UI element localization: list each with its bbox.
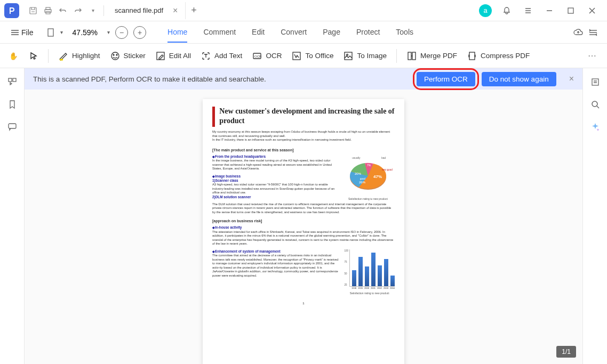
svg-point-6 bbox=[111, 52, 119, 60]
ocr-notification-bar: This is a scanned PDF, Perform OCR to ma… bbox=[25, 68, 582, 90]
zoom-dropdown-icon[interactable]: ▾ bbox=[60, 29, 63, 35]
svg-point-14 bbox=[347, 54, 348, 55]
svg-rect-16 bbox=[412, 52, 416, 60]
select-tool[interactable] bbox=[29, 51, 38, 61]
to-image-tool[interactable]: To Image bbox=[343, 51, 387, 61]
tab-edit[interactable]: Edit bbox=[252, 22, 265, 43]
zoom-value[interactable]: 47.59% bbox=[68, 26, 102, 39]
add-text-tool[interactable]: Add Text bbox=[201, 51, 242, 61]
save-icon[interactable] bbox=[26, 3, 41, 18]
cloud-icon[interactable] bbox=[571, 25, 586, 40]
svg-text:very good: very good bbox=[382, 168, 393, 171]
ocr-tool[interactable]: OCROCR bbox=[252, 51, 282, 61]
settings-icon[interactable] bbox=[586, 25, 601, 40]
minimize-button[interactable] bbox=[539, 0, 560, 21]
app-icon[interactable] bbox=[4, 3, 19, 18]
tabs-nav: Home Comment Edit Convert Page Protect T… bbox=[167, 22, 413, 43]
doc-title: New customer's development and increasin… bbox=[219, 107, 395, 127]
svg-rect-5 bbox=[48, 29, 53, 36]
svg-rect-17 bbox=[469, 52, 475, 60]
svg-point-7 bbox=[113, 54, 114, 55]
zoom-in-button[interactable]: + bbox=[133, 26, 146, 39]
right-rail bbox=[582, 68, 607, 364]
toolbar: ✋ Highlight Sticker Edit All Add Text OC… bbox=[0, 44, 607, 68]
bar-chart: 100755025 1998199920002001200220032004 S… bbox=[344, 249, 395, 295]
svg-text:good: good bbox=[360, 177, 366, 180]
file-tab[interactable]: scanned file.pdf × bbox=[107, 2, 186, 19]
ai-icon[interactable] bbox=[589, 120, 602, 133]
tab-home[interactable]: Home bbox=[167, 22, 187, 43]
file-menu[interactable]: File bbox=[6, 26, 38, 39]
menubar: File ▾ 47.59% ▾ − + Home Comment Edit Co… bbox=[0, 21, 607, 44]
perform-ocr-button[interactable]: Perform OCR bbox=[417, 72, 475, 86]
pdf-page: New customer's development and increasin… bbox=[203, 99, 404, 364]
svg-text:bad: bad bbox=[381, 156, 386, 159]
avatar[interactable]: a bbox=[475, 0, 496, 21]
svg-rect-19 bbox=[13, 78, 16, 82]
titlebar: ▾ scanned file.pdf × + a bbox=[0, 0, 607, 21]
tab-page[interactable]: Page bbox=[323, 22, 340, 43]
zoom-drop-icon[interactable]: ▾ bbox=[107, 29, 110, 35]
svg-text:OCR: OCR bbox=[254, 55, 262, 58]
maximize-button[interactable] bbox=[560, 0, 581, 21]
view-mode-icon[interactable] bbox=[46, 28, 55, 37]
comments-icon[interactable] bbox=[6, 120, 19, 133]
close-tab-icon[interactable]: × bbox=[173, 6, 178, 15]
svg-rect-30 bbox=[592, 79, 598, 85]
print-icon[interactable] bbox=[41, 3, 55, 18]
svg-point-31 bbox=[592, 101, 597, 107]
left-rail bbox=[0, 68, 25, 364]
tab-title: scanned file.pdf bbox=[115, 6, 163, 14]
svg-text:7%: 7% bbox=[367, 164, 371, 167]
tab-convert[interactable]: Convert bbox=[281, 22, 307, 43]
perform-ocr-highlight: Perform OCR bbox=[416, 71, 476, 87]
search-icon[interactable] bbox=[589, 98, 602, 111]
svg-rect-1 bbox=[46, 7, 50, 10]
page-counter[interactable]: 1/1 bbox=[556, 346, 576, 358]
pie-chart: usually bad 47% 26% 20% 7 bbox=[341, 155, 395, 203]
tab-comment[interactable]: Comment bbox=[203, 22, 236, 43]
dropdown-icon[interactable]: ▾ bbox=[85, 3, 100, 18]
properties-icon[interactable] bbox=[589, 76, 602, 88]
hand-tool[interactable]: ✋ bbox=[7, 50, 19, 62]
svg-rect-4 bbox=[568, 8, 573, 13]
zoom-out-button[interactable]: − bbox=[115, 26, 128, 39]
svg-rect-13 bbox=[345, 52, 352, 60]
svg-text:47%: 47% bbox=[373, 174, 382, 179]
edit-all-tool[interactable]: Edit All bbox=[155, 51, 191, 61]
tab-protect[interactable]: Protect bbox=[356, 22, 380, 43]
svg-rect-18 bbox=[9, 78, 12, 82]
pdf-viewport[interactable]: New customer's development and increasin… bbox=[25, 90, 582, 364]
compress-pdf-tool[interactable]: Compress PDF bbox=[467, 51, 530, 61]
more-tools-icon[interactable]: ⋯ bbox=[585, 48, 600, 63]
svg-rect-15 bbox=[408, 52, 411, 60]
svg-text:20%: 20% bbox=[355, 172, 362, 175]
zoom-control: ▾ 47.59% ▾ − + bbox=[46, 26, 146, 39]
thumbnails-icon[interactable] bbox=[6, 76, 19, 88]
svg-point-8 bbox=[116, 54, 117, 55]
main-area: This is a scanned PDF, Perform OCR to ma… bbox=[25, 68, 582, 364]
bookmarks-icon[interactable] bbox=[6, 98, 19, 111]
to-office-tool[interactable]: To Office bbox=[291, 51, 333, 61]
close-window-button[interactable] bbox=[581, 0, 603, 21]
dismiss-button[interactable]: Do not show again bbox=[482, 72, 556, 86]
add-tab-button[interactable]: + bbox=[186, 5, 202, 16]
sticker-tool[interactable]: Sticker bbox=[110, 51, 146, 61]
file-menu-label: File bbox=[21, 28, 34, 37]
svg-text:usually: usually bbox=[352, 156, 361, 159]
notification-text: This is a scanned PDF, Perform OCR to ma… bbox=[33, 75, 266, 83]
highlight-tool[interactable]: Highlight bbox=[58, 51, 100, 61]
notifications-icon[interactable] bbox=[496, 0, 517, 21]
close-notification-icon[interactable]: × bbox=[569, 74, 574, 84]
svg-text:26%: 26% bbox=[359, 181, 366, 184]
merge-pdf-tool[interactable]: Merge PDF bbox=[406, 51, 457, 61]
undo-icon[interactable] bbox=[55, 3, 70, 18]
svg-rect-0 bbox=[30, 7, 36, 14]
redo-icon[interactable] bbox=[70, 3, 85, 18]
svg-rect-20 bbox=[9, 124, 16, 128]
tab-tools[interactable]: Tools bbox=[396, 22, 413, 43]
menu-icon[interactable] bbox=[517, 0, 539, 21]
